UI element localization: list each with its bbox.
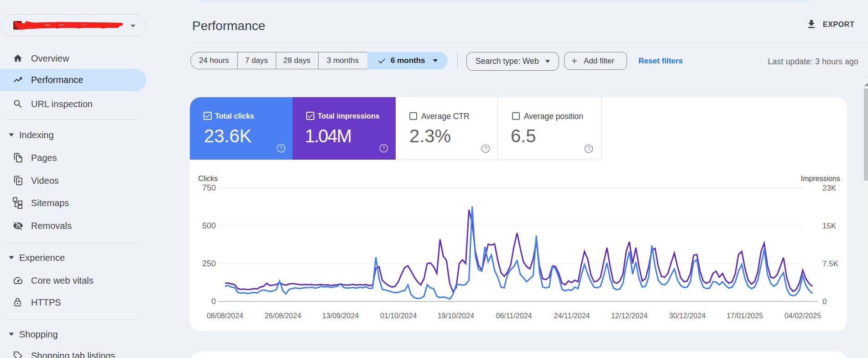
svg-text:23K: 23K xyxy=(822,184,837,192)
svg-text:0: 0 xyxy=(211,297,216,306)
svg-text:0: 0 xyxy=(822,297,826,306)
svg-text:750: 750 xyxy=(202,183,216,192)
svg-text:08/08/2024: 08/08/2024 xyxy=(207,312,243,320)
svg-text:12/12/2024: 12/12/2024 xyxy=(611,312,648,320)
svg-text:250: 250 xyxy=(202,259,216,268)
svg-text:500: 500 xyxy=(202,221,216,230)
svg-text:Impressions: Impressions xyxy=(801,175,840,182)
svg-text:?: ? xyxy=(484,145,487,152)
svg-text:13/09/2024: 13/09/2024 xyxy=(322,312,359,320)
svg-text:30/12/2024: 30/12/2024 xyxy=(669,312,706,320)
svg-text:17/01/2025: 17/01/2025 xyxy=(727,312,763,320)
svg-text:7.5K: 7.5K xyxy=(822,259,839,268)
svg-text:?: ? xyxy=(587,145,591,152)
svg-text:15K: 15K xyxy=(822,222,837,230)
svg-text:?: ? xyxy=(280,145,283,151)
svg-text:26/08/2024: 26/08/2024 xyxy=(265,312,301,320)
svg-text:19/10/2024: 19/10/2024 xyxy=(438,312,474,320)
svg-text:06/11/2024: 06/11/2024 xyxy=(496,312,532,320)
svg-text:01/10/2024: 01/10/2024 xyxy=(380,312,417,320)
svg-text:?: ? xyxy=(382,145,386,151)
svg-text:24/11/2024: 24/11/2024 xyxy=(554,312,590,320)
svg-text:04/02/2025: 04/02/2025 xyxy=(784,312,821,320)
svg-text:Clicks: Clicks xyxy=(198,175,218,182)
